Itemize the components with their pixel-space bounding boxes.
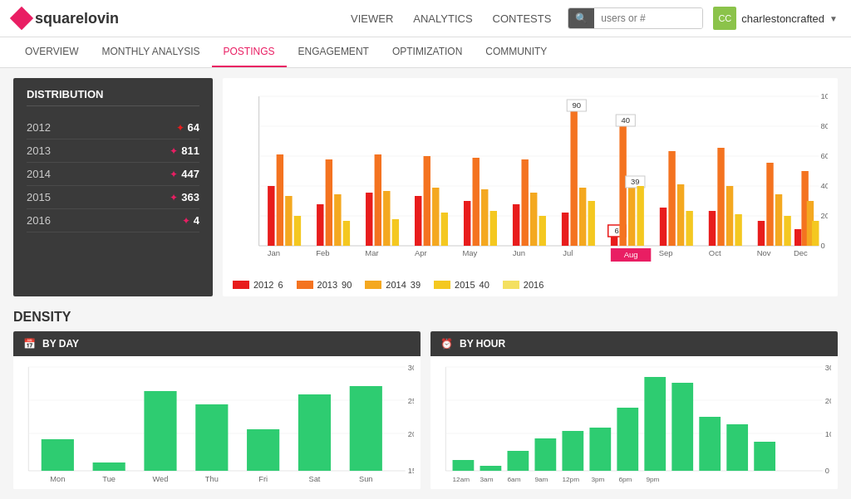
- svg-text:3am: 3am: [480, 476, 494, 483]
- svg-rect-59: [637, 186, 643, 246]
- chevron-down-icon: ▼: [829, 14, 838, 23]
- legend-label-2015: 2015: [455, 280, 475, 290]
- svg-text:40: 40: [821, 182, 828, 190]
- svg-text:Jan: Jan: [268, 249, 280, 257]
- svg-text:Fri: Fri: [258, 475, 268, 483]
- dist-row-2012: 2012 ✦64: [27, 116, 199, 139]
- svg-rect-24: [375, 154, 381, 246]
- logo[interactable]: squarelovin: [13, 10, 119, 27]
- legend-label-2013: 2013: [317, 280, 337, 290]
- legend-label-2014: 2014: [386, 280, 406, 290]
- density-by-day-chart-svg: 300 250 200 150: [20, 363, 414, 487]
- svg-text:0: 0: [821, 242, 825, 250]
- svg-rect-65: [686, 211, 692, 246]
- subnav-optimization[interactable]: OPTIMIZATION: [381, 37, 474, 67]
- svg-rect-62: [660, 208, 667, 246]
- logo-text: squarelovin: [35, 10, 119, 27]
- svg-text:300: 300: [408, 364, 414, 372]
- svg-rect-114: [453, 460, 475, 471]
- legend-2012: 2012 6: [233, 280, 283, 290]
- svg-text:39: 39: [631, 178, 640, 186]
- svg-rect-115: [480, 466, 502, 471]
- svg-rect-123: [699, 417, 721, 471]
- svg-rect-64: [677, 184, 684, 246]
- user-name: charlestoncrafted: [741, 12, 824, 25]
- svg-text:Jun: Jun: [513, 249, 525, 257]
- legend-2013: 2013 90: [297, 280, 352, 290]
- nav-analytics[interactable]: ANALYTICS: [413, 12, 472, 25]
- svg-text:Wed: Wed: [153, 475, 169, 483]
- logo-diamond-icon: [10, 7, 33, 30]
- density-charts: 📅 BY DAY 300 250 200: [13, 331, 838, 489]
- svg-rect-116: [507, 451, 529, 471]
- dist-year-2016: 2016: [27, 214, 51, 227]
- svg-rect-117: [534, 438, 556, 471]
- legend-value-2012: 6: [278, 280, 283, 290]
- header: squarelovin VIEWER ANALYTICS CONTESTS 🔍 …: [0, 0, 851, 37]
- density-section: DENSITY 📅 BY DAY: [13, 310, 838, 489]
- svg-rect-18: [317, 204, 323, 246]
- search-button[interactable]: 🔍: [568, 8, 594, 28]
- user-menu[interactable]: CC charlestoncrafted ▼: [713, 7, 838, 30]
- svg-rect-19: [326, 159, 332, 246]
- svg-rect-80: [812, 221, 819, 246]
- svg-rect-15: [285, 196, 292, 246]
- svg-rect-96: [298, 394, 331, 471]
- svg-rect-35: [481, 189, 488, 246]
- subnav-postings[interactable]: POSTINGS: [212, 37, 287, 67]
- svg-rect-73: [766, 163, 773, 246]
- legend-2014: 2014 39: [365, 280, 421, 290]
- dist-year-2013: 2013: [27, 144, 51, 157]
- svg-rect-21: [343, 221, 350, 246]
- svg-text:Nov: Nov: [757, 249, 771, 257]
- svg-rect-26: [392, 219, 399, 246]
- svg-rect-38: [513, 204, 519, 246]
- svg-text:Oct: Oct: [709, 249, 721, 257]
- svg-text:100: 100: [825, 430, 831, 438]
- dist-year-2014: 2014: [27, 168, 51, 180]
- subnav-monthly[interactable]: MONTHLY ANALYSIS: [90, 37, 211, 67]
- nav-contests[interactable]: CONTESTS: [493, 12, 552, 25]
- dist-year-2015: 2015: [27, 191, 51, 203]
- svg-text:Aug: Aug: [624, 251, 638, 259]
- dist-count-2012: 64: [188, 121, 199, 134]
- search-bar: 🔍: [568, 7, 703, 29]
- svg-rect-56: [628, 188, 635, 246]
- svg-rect-16: [294, 216, 301, 246]
- svg-rect-70: [735, 214, 741, 246]
- subnav-overview[interactable]: OVERVIEW: [13, 37, 90, 67]
- svg-rect-63: [668, 151, 675, 246]
- legend-2015: 2015 40: [434, 280, 489, 290]
- dist-row-2015: 2015 ✦363: [27, 186, 199, 209]
- svg-text:40: 40: [621, 116, 630, 125]
- svg-rect-75: [784, 216, 790, 246]
- avatar: CC: [713, 7, 736, 30]
- svg-rect-95: [247, 429, 279, 471]
- svg-text:200: 200: [825, 397, 831, 405]
- dist-row-2014: 2014 ✦447: [27, 163, 199, 186]
- chart-legend: 2012 6 2013 90 2014 39 2015 40: [233, 280, 828, 290]
- dist-icon-2013: ✦: [170, 145, 178, 157]
- distribution-chart: 100 80 60 40 20 0 Jan: [223, 78, 838, 296]
- density-by-hour-title: BY HOUR: [460, 338, 505, 350]
- svg-rect-120: [617, 408, 638, 471]
- svg-text:300: 300: [825, 364, 831, 372]
- svg-rect-23: [366, 193, 372, 246]
- svg-rect-122: [671, 383, 693, 471]
- subnav-engagement[interactable]: ENGAGEMENT: [287, 37, 381, 67]
- subnav: OVERVIEW MONTHLY ANALYSIS POSTINGS ENGAG…: [0, 37, 851, 68]
- svg-text:6am: 6am: [507, 476, 520, 483]
- svg-rect-39: [521, 159, 528, 246]
- svg-rect-97: [350, 386, 382, 471]
- svg-rect-30: [432, 188, 439, 246]
- legend-color-2016: [503, 281, 519, 289]
- svg-rect-46: [588, 201, 594, 246]
- svg-text:Mar: Mar: [365, 249, 378, 257]
- dist-icon-2015: ✦: [170, 192, 178, 203]
- nav-viewer[interactable]: VIEWER: [351, 12, 393, 25]
- svg-text:150: 150: [408, 467, 414, 475]
- legend-color-2013: [297, 281, 313, 289]
- svg-rect-119: [589, 428, 611, 471]
- search-input[interactable]: [594, 8, 702, 28]
- subnav-community[interactable]: COMMUNITY: [474, 37, 558, 67]
